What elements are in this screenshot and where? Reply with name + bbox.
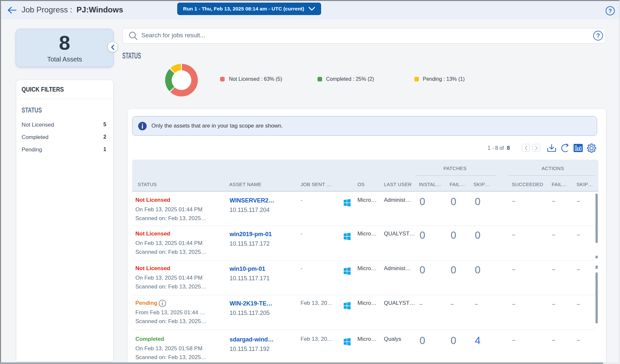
svg-text:?: ? xyxy=(596,32,600,39)
svg-text:?: ? xyxy=(609,8,612,14)
